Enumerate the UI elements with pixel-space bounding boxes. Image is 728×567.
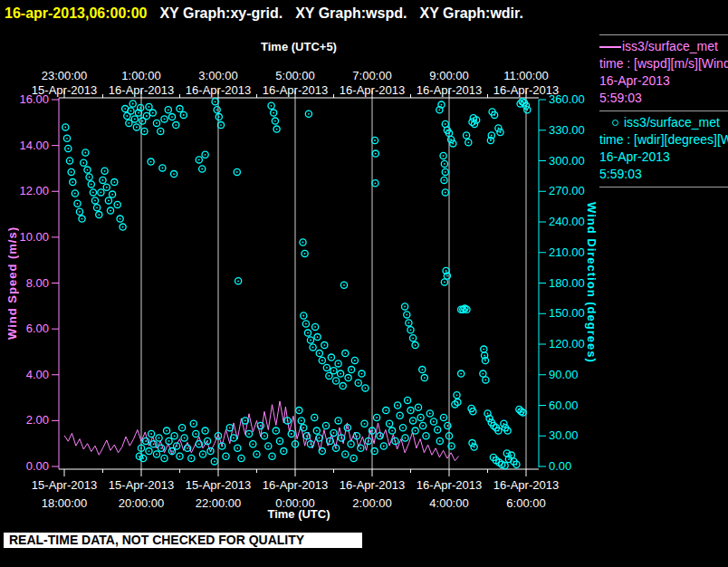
wdir-point-center (410, 329, 412, 331)
wdir-point-center (347, 427, 349, 428)
wdir-point-center (522, 412, 524, 414)
top-tick-time-label: 5:00:00 (275, 69, 314, 82)
wdir-point-center (451, 446, 453, 447)
wdir-point-center (407, 399, 408, 401)
wdir-point-center (236, 171, 238, 173)
wdir-point-center (72, 181, 73, 183)
wdir-point-center (110, 210, 111, 212)
wdir-point-center (94, 200, 96, 202)
wdir-point-center (96, 207, 98, 208)
wdir-point-center (446, 275, 448, 277)
wdir-point-center (168, 109, 169, 111)
legend-panel: iss3/surface_met time : [wspd][m/s][Wind… (598, 34, 728, 187)
wdir-point-center (215, 101, 216, 102)
wdir-point-center (388, 423, 390, 425)
wdir-point-center (176, 446, 177, 447)
bottom-axis-title: Time (UTC) (208, 507, 389, 521)
wdir-point-center (79, 211, 81, 213)
top-tick-date-label: 16-Apr-2013 (109, 83, 174, 97)
wdir-point-center (526, 109, 528, 111)
wdir-point-center (456, 394, 458, 396)
right-tick-label: 30.00 (549, 428, 579, 442)
left-axis-title-text: Wind Speed (m/s) (5, 226, 19, 340)
wdir-point-center (276, 129, 278, 130)
graph-menu-wdir[interactable]: XY Graph:wdir. (419, 5, 522, 21)
wdir-point-center (491, 135, 493, 137)
wdir-point-center (274, 120, 276, 122)
wdir-point-center (271, 105, 273, 107)
right-tick-label: 0.00 (549, 459, 571, 473)
wdir-point-center (233, 437, 235, 439)
wdir-point-center (365, 388, 367, 389)
right-tick-label: 300.00 (549, 154, 585, 168)
wdir-point-center (511, 455, 512, 456)
wdir-point-center (421, 369, 423, 370)
wdir-point-center (183, 114, 185, 116)
wdir-point-center (275, 430, 277, 432)
wdir-point-center (485, 380, 487, 381)
wdir-point-center (81, 218, 83, 220)
wdir-point-center (174, 435, 176, 437)
wdir-point-center (160, 447, 162, 449)
wdir-point-center (338, 363, 340, 365)
right-tick-label: 270.00 (549, 184, 585, 197)
wdir-point-center (302, 242, 304, 244)
wdir-point-center (140, 447, 142, 449)
wdir-point-center (195, 433, 196, 435)
wdir-point-center (301, 420, 302, 422)
wdir-point-center (504, 465, 506, 466)
legend-field-label: time : [wdir][degrees][W (599, 131, 728, 149)
wdir-point-center (252, 443, 254, 445)
wdir-point-center (319, 437, 321, 439)
right-tick-label: 360.00 (549, 92, 585, 106)
wdir-point-center (391, 430, 393, 432)
wdir-point-center (340, 373, 341, 375)
wdir-point-center (424, 377, 426, 379)
legend-entry-wdir[interactable]: iss3/surface_met time : [wdir][degrees][… (598, 111, 728, 187)
bottom-tick-date-label: 16-Apr-2013 (493, 478, 559, 492)
right-tick-label: 90.00 (549, 368, 579, 381)
wdir-point-center (321, 360, 323, 361)
wdir-point-center (136, 127, 138, 129)
wdir-point-center (441, 104, 443, 106)
legend-series-name: iss3/surface_met (622, 39, 718, 53)
right-axis-title-text: Wind Direction (degrees) (585, 202, 599, 363)
wdir-point-center (267, 446, 269, 447)
left-tick-label: 12.00 (19, 184, 49, 197)
bottom-tick-date-label: 16-Apr-2013 (340, 478, 405, 492)
wdir-point-center (111, 194, 113, 196)
graph-menu-wspd[interactable]: XY Graph:wspd. (295, 5, 407, 21)
wdir-point-center (150, 433, 152, 435)
wdir-point-center (436, 429, 438, 431)
wdir-point-center (153, 443, 155, 445)
wdir-point-center (117, 204, 119, 206)
wdir-point-center (383, 446, 385, 447)
wdir-point-center (516, 464, 518, 466)
wdir-point-center (467, 141, 469, 143)
wdir-point-center (374, 450, 376, 452)
wdir-point-center (507, 430, 509, 432)
wdir-point-center (348, 377, 350, 379)
wdir-point-center (417, 407, 419, 408)
left-tick-label: 6.00 (26, 322, 49, 335)
bottom-tick-date-label: 15-Apr-2013 (109, 478, 174, 492)
bottom-tick-date-label: 15-Apr-2013 (32, 478, 97, 492)
wdir-point-center (412, 420, 414, 422)
wdir-point-center (122, 226, 124, 228)
wdir-point-center (120, 218, 121, 220)
top-tick-time-label: 9:00:00 (429, 69, 468, 82)
wdir-point-center (260, 425, 262, 427)
legend-entry-wspd[interactable]: iss3/surface_met time : [wspd][m/s][Wind… (598, 35, 728, 111)
wdir-point-center (445, 123, 446, 125)
graph-menu-xy-grid[interactable]: XY Graph:xy-grid. (159, 5, 283, 21)
wdir-point-center (443, 155, 445, 157)
right-tick-label: 60.00 (549, 399, 579, 412)
left-tick-label: 4.00 (26, 368, 49, 381)
wdir-point-center (77, 203, 79, 205)
title-bar: 16-apr-2013,06:00:00XY Graph:xy-grid.XY … (5, 5, 536, 22)
bottom-tick-time-label: 20:00:00 (119, 496, 165, 510)
wdir-point-center (148, 106, 150, 108)
wdir-point-center (283, 450, 284, 452)
wdir-point-center (323, 344, 325, 346)
legend-field-label: time : [wspd][m/s][Wind (599, 55, 728, 72)
